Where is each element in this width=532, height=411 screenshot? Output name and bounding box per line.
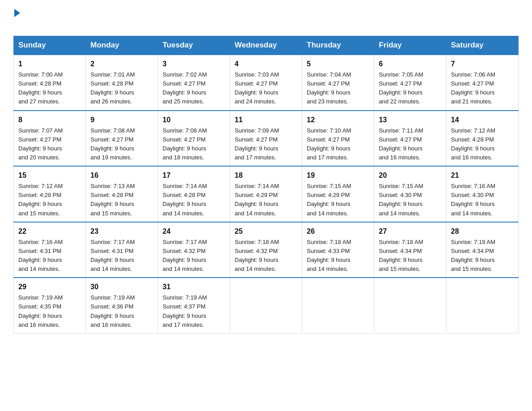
- day-info: Sunrise: 7:19 AMSunset: 4:34 PMDaylight:…: [451, 239, 495, 272]
- day-number: 11: [235, 115, 297, 125]
- day-number: 7: [451, 59, 514, 69]
- day-info: Sunrise: 7:18 AMSunset: 4:32 PMDaylight:…: [235, 239, 279, 272]
- table-row: 18 Sunrise: 7:14 AMSunset: 4:29 PMDaylig…: [230, 166, 302, 222]
- day-info: Sunrise: 7:19 AMSunset: 4:35 PMDaylight:…: [18, 294, 63, 328]
- day-info: Sunrise: 7:14 AMSunset: 4:28 PMDaylight:…: [163, 183, 207, 216]
- day-number: 12: [307, 115, 369, 125]
- day-number: 27: [379, 226, 442, 237]
- day-info: Sunrise: 7:10 AMSunset: 4:27 PMDaylight:…: [307, 127, 351, 161]
- day-number: 4: [235, 59, 297, 69]
- day-info: Sunrise: 7:16 AMSunset: 4:31 PMDaylight:…: [18, 239, 63, 272]
- table-row: 11 Sunrise: 7:09 AMSunset: 4:27 PMDaylig…: [230, 111, 302, 167]
- table-row: [446, 278, 519, 333]
- day-info: Sunrise: 7:05 AMSunset: 4:27 PMDaylight:…: [379, 71, 423, 105]
- day-number: 21: [451, 170, 514, 181]
- table-row: [374, 278, 446, 333]
- day-info: Sunrise: 7:16 AMSunset: 4:30 PMDaylight:…: [451, 183, 495, 216]
- table-row: 1 Sunrise: 7:00 AMSunset: 4:28 PMDayligh…: [14, 55, 86, 111]
- table-row: 15 Sunrise: 7:12 AMSunset: 4:28 PMDaylig…: [14, 166, 86, 222]
- table-row: 31 Sunrise: 7:19 AMSunset: 4:37 PMDaylig…: [158, 278, 230, 333]
- table-row: 25 Sunrise: 7:18 AMSunset: 4:32 PMDaylig…: [230, 222, 302, 278]
- day-info: Sunrise: 7:08 AMSunset: 4:27 PMDaylight:…: [163, 127, 207, 161]
- table-row: 16 Sunrise: 7:13 AMSunset: 4:28 PMDaylig…: [86, 166, 158, 222]
- day-number: 2: [90, 59, 153, 69]
- day-info: Sunrise: 7:03 AMSunset: 4:27 PMDaylight:…: [235, 71, 279, 105]
- table-row: 27 Sunrise: 7:18 AMSunset: 4:34 PMDaylig…: [374, 222, 446, 278]
- table-row: 21 Sunrise: 7:16 AMSunset: 4:30 PMDaylig…: [446, 166, 519, 222]
- day-info: Sunrise: 7:15 AMSunset: 4:30 PMDaylight:…: [379, 183, 423, 216]
- calendar-header-row: SundayMondayTuesdayWednesdayThursdayFrid…: [14, 36, 519, 55]
- day-number: 17: [163, 170, 225, 181]
- calendar-header-wednesday: Wednesday: [230, 36, 302, 55]
- table-row: 3 Sunrise: 7:02 AMSunset: 4:27 PMDayligh…: [158, 55, 230, 111]
- day-info: Sunrise: 7:01 AMSunset: 4:28 PMDaylight:…: [90, 71, 135, 105]
- table-row: 5 Sunrise: 7:04 AMSunset: 4:27 PMDayligh…: [302, 55, 374, 111]
- day-info: Sunrise: 7:12 AMSunset: 4:28 PMDaylight:…: [451, 127, 495, 161]
- logo: [13, 9, 20, 31]
- day-number: 28: [451, 226, 514, 237]
- day-info: Sunrise: 7:18 AMSunset: 4:34 PMDaylight:…: [379, 239, 423, 272]
- table-row: 12 Sunrise: 7:10 AMSunset: 4:27 PMDaylig…: [302, 111, 374, 167]
- day-info: Sunrise: 7:09 AMSunset: 4:27 PMDaylight:…: [235, 127, 279, 161]
- logo-arrow-icon: [14, 9, 20, 17]
- table-row: 29 Sunrise: 7:19 AMSunset: 4:35 PMDaylig…: [14, 278, 86, 333]
- day-number: 23: [90, 226, 153, 237]
- day-info: Sunrise: 7:14 AMSunset: 4:29 PMDaylight:…: [235, 183, 279, 216]
- calendar-week-row: 22 Sunrise: 7:16 AMSunset: 4:31 PMDaylig…: [14, 222, 519, 278]
- day-number: 22: [18, 226, 81, 237]
- calendar-week-row: 8 Sunrise: 7:07 AMSunset: 4:27 PMDayligh…: [14, 111, 519, 167]
- table-row: 24 Sunrise: 7:17 AMSunset: 4:32 PMDaylig…: [158, 222, 230, 278]
- day-number: 9: [90, 115, 153, 125]
- day-number: 8: [18, 115, 81, 125]
- day-info: Sunrise: 7:13 AMSunset: 4:28 PMDaylight:…: [90, 183, 135, 216]
- day-info: Sunrise: 7:08 AMSunset: 4:27 PMDaylight:…: [90, 127, 135, 161]
- day-number: 6: [379, 59, 442, 69]
- day-number: 1: [18, 59, 81, 69]
- table-row: 8 Sunrise: 7:07 AMSunset: 4:27 PMDayligh…: [14, 111, 86, 167]
- day-number: 14: [451, 115, 514, 125]
- table-row: 17 Sunrise: 7:14 AMSunset: 4:28 PMDaylig…: [158, 166, 230, 222]
- table-row: 20 Sunrise: 7:15 AMSunset: 4:30 PMDaylig…: [374, 166, 446, 222]
- day-number: 25: [235, 226, 297, 237]
- calendar-week-row: 29 Sunrise: 7:19 AMSunset: 4:35 PMDaylig…: [14, 278, 519, 333]
- table-row: 23 Sunrise: 7:17 AMSunset: 4:31 PMDaylig…: [86, 222, 158, 278]
- table-row: 22 Sunrise: 7:16 AMSunset: 4:31 PMDaylig…: [14, 222, 86, 278]
- table-row: 30 Sunrise: 7:19 AMSunset: 4:36 PMDaylig…: [86, 278, 158, 333]
- day-number: 24: [163, 226, 225, 237]
- day-number: 29: [18, 282, 81, 292]
- day-number: 16: [90, 170, 153, 181]
- table-row: 10 Sunrise: 7:08 AMSunset: 4:27 PMDaylig…: [158, 111, 230, 167]
- day-info: Sunrise: 7:06 AMSunset: 4:27 PMDaylight:…: [451, 71, 495, 105]
- day-number: 30: [90, 282, 153, 292]
- table-row: 14 Sunrise: 7:12 AMSunset: 4:28 PMDaylig…: [446, 111, 519, 167]
- table-row: 6 Sunrise: 7:05 AMSunset: 4:27 PMDayligh…: [374, 55, 446, 111]
- table-row: 4 Sunrise: 7:03 AMSunset: 4:27 PMDayligh…: [230, 55, 302, 111]
- day-number: 5: [307, 59, 369, 69]
- calendar-header-thursday: Thursday: [302, 36, 374, 55]
- calendar-week-row: 15 Sunrise: 7:12 AMSunset: 4:28 PMDaylig…: [14, 166, 519, 222]
- day-info: Sunrise: 7:12 AMSunset: 4:28 PMDaylight:…: [18, 183, 63, 216]
- day-info: Sunrise: 7:17 AMSunset: 4:32 PMDaylight:…: [163, 239, 207, 272]
- table-row: 13 Sunrise: 7:11 AMSunset: 4:27 PMDaylig…: [374, 111, 446, 167]
- day-info: Sunrise: 7:02 AMSunset: 4:27 PMDaylight:…: [163, 71, 207, 105]
- day-number: 13: [379, 115, 442, 125]
- day-info: Sunrise: 7:00 AMSunset: 4:28 PMDaylight:…: [18, 71, 63, 105]
- day-number: 15: [18, 170, 81, 181]
- day-info: Sunrise: 7:15 AMSunset: 4:29 PMDaylight:…: [307, 183, 351, 216]
- day-info: Sunrise: 7:04 AMSunset: 4:27 PMDaylight:…: [307, 71, 351, 105]
- table-row: 26 Sunrise: 7:18 AMSunset: 4:33 PMDaylig…: [302, 222, 374, 278]
- day-info: Sunrise: 7:19 AMSunset: 4:37 PMDaylight:…: [163, 294, 207, 328]
- table-row: 2 Sunrise: 7:01 AMSunset: 4:28 PMDayligh…: [86, 55, 158, 111]
- day-info: Sunrise: 7:07 AMSunset: 4:27 PMDaylight:…: [18, 127, 63, 161]
- calendar-header-monday: Monday: [86, 36, 158, 55]
- page-header: [13, 9, 519, 31]
- day-info: Sunrise: 7:17 AMSunset: 4:31 PMDaylight:…: [90, 239, 135, 272]
- table-row: 19 Sunrise: 7:15 AMSunset: 4:29 PMDaylig…: [302, 166, 374, 222]
- day-number: 18: [235, 170, 297, 181]
- day-info: Sunrise: 7:18 AMSunset: 4:33 PMDaylight:…: [307, 239, 351, 272]
- table-row: 28 Sunrise: 7:19 AMSunset: 4:34 PMDaylig…: [446, 222, 519, 278]
- calendar-week-row: 1 Sunrise: 7:00 AMSunset: 4:28 PMDayligh…: [14, 55, 519, 111]
- day-number: 19: [307, 170, 369, 181]
- day-number: 20: [379, 170, 442, 181]
- calendar-header-tuesday: Tuesday: [158, 36, 230, 55]
